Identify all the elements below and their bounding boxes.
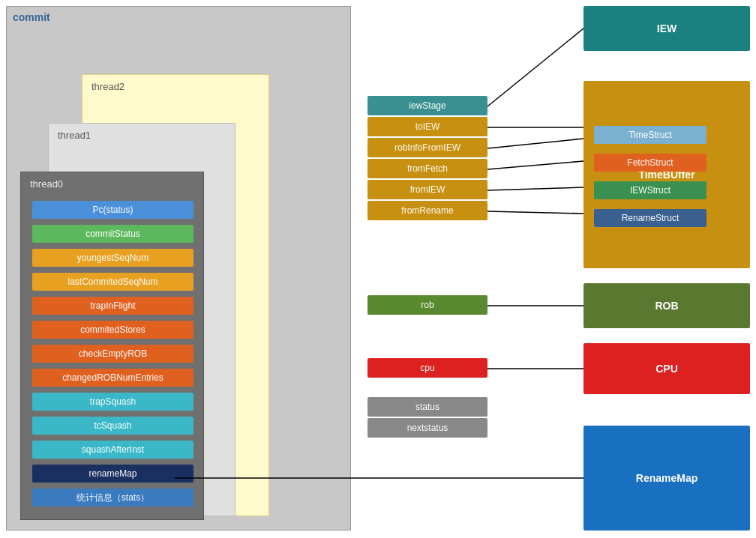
mid-item-rob-info-from-iew: robInfoFromIEW (368, 138, 488, 157)
commit-container: commit thread2 thread1 thread0 Pc(status… (6, 6, 351, 531)
right-box-cpu-box: CPU (584, 343, 750, 394)
thread0-label: thread0 (30, 178, 63, 190)
tb-item-time-struct: TimeStruct (594, 126, 706, 144)
thread0-item-youngest-seq: youngestSeqNum (32, 249, 194, 267)
right-box-rename-map-box: RenameMap (584, 426, 750, 531)
mid-item-rob: rob (368, 295, 488, 315)
thread0-item-squash-after-inst: squashAfterInst (32, 441, 194, 459)
thread0-item-pc-status: Pc(status) (32, 201, 194, 219)
thread0-item-commit-status: commitStatus (32, 225, 194, 243)
right-box-time-buffer: TimeBUffer (584, 81, 750, 268)
right-box-iew: IEW (584, 6, 750, 51)
commit-label: commit (13, 11, 50, 23)
svg-line-0 (488, 28, 584, 106)
svg-line-3 (488, 161, 584, 169)
svg-line-5 (488, 211, 584, 214)
mid-item-iew-stage: iewStage (368, 96, 488, 115)
thread0-item-trap-squash: trapSquash (32, 393, 194, 411)
mid-item-from-fetch: fromFetch (368, 159, 488, 178)
svg-line-2 (488, 139, 584, 148)
mid-item-status: status (368, 397, 488, 417)
thread2-label: thread2 (92, 81, 124, 92)
tb-item-iew-struct: IEWStruct (594, 181, 706, 199)
thread0-container: thread0 Pc(status)commitStatusyoungestSe… (20, 172, 204, 520)
tb-item-fetch-struct: FetchStruct (594, 154, 706, 172)
tb-item-rename-struct: RenameStruct (594, 209, 706, 227)
thread0-item-changed-rob-num: changedROBNumEntries (32, 369, 194, 387)
thread0-item-rename-map: renameMap (32, 465, 194, 483)
mid-item-from-rename: fromRename (368, 201, 488, 220)
mid-item-cpu: cpu (368, 358, 488, 378)
thread0-item-check-empty-rob: checkEmptyROB (32, 345, 194, 363)
right-box-rob-box: ROB (584, 283, 750, 328)
thread0-item-stats: 统计信息（stats） (32, 489, 194, 507)
thread0-item-committed-stores: commitedStores (32, 321, 194, 339)
thread1-label: thread1 (58, 130, 91, 141)
thread0-item-tc-squash: tcSquash (32, 417, 194, 435)
thread0-item-trap-in-flight: trapInFlight (32, 297, 194, 315)
mid-item-from-iew: fromIEW (368, 180, 488, 199)
svg-line-4 (488, 187, 584, 190)
mid-item-to-iew: toIEW (368, 117, 488, 136)
thread0-item-last-committed-seq: lastCommitedSeqNum (32, 273, 194, 291)
mid-item-nextstatus: nextstatus (368, 418, 488, 438)
